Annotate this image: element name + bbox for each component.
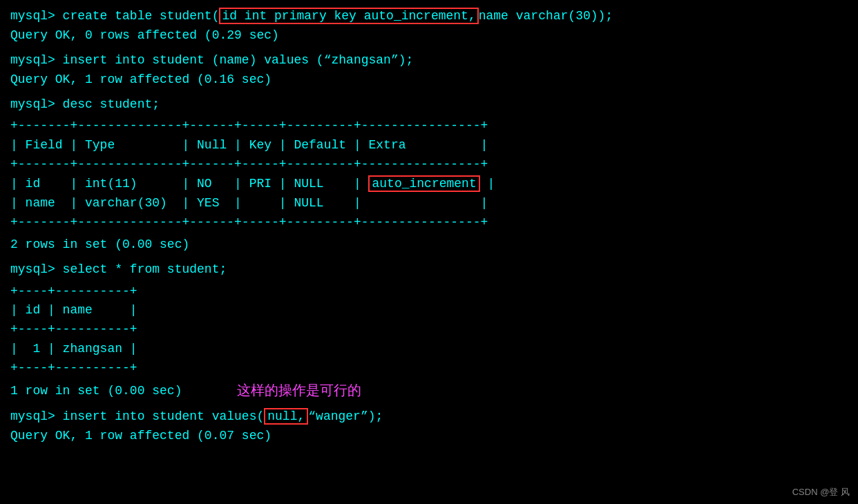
blank-3 bbox=[10, 255, 848, 260]
rows-in-set-line: 2 rows in set (0.00 sec) bbox=[10, 235, 848, 255]
row-in-set-line: 1 row in set (0.00 sec) bbox=[10, 382, 182, 401]
desc-row2: | name | varchar(30) | YES | | NULL | | bbox=[10, 194, 848, 213]
blank-1 bbox=[10, 46, 848, 51]
highlight-null: null, bbox=[264, 408, 308, 425]
create-result-line: Query OK, 0 rows affected (0.29 sec) bbox=[10, 26, 848, 46]
row-in-set-with-annotation: 1 row in set (0.00 sec) 这样的操作是可行的 bbox=[10, 381, 848, 402]
highlight-auto-increment: auto_increment bbox=[368, 175, 479, 192]
create-table-line: mysql> create table student(id int prima… bbox=[10, 7, 848, 26]
desc-sep-bottom: +-------+--------------+------+-----+---… bbox=[10, 213, 848, 233]
select-header: | id | name | bbox=[10, 301, 848, 320]
annotation-text: 这样的操作是可行的 bbox=[237, 381, 361, 402]
desc-cmd-line: mysql> desc student; bbox=[10, 95, 848, 115]
highlight-id-primary-key: id int primary key auto_increment, bbox=[219, 8, 478, 24]
select-sep-bottom: +----+----------+ bbox=[10, 359, 848, 378]
desc-table: +-------+--------------+------+-----+---… bbox=[10, 117, 848, 232]
select-cmd-line: mysql> select * from student; bbox=[10, 260, 848, 280]
insert2-result-line: Query OK, 1 row affected (0.07 sec) bbox=[10, 427, 848, 446]
select-sep-top: +----+----------+ bbox=[10, 282, 848, 302]
blank-2 bbox=[10, 90, 848, 95]
insert1-cmd-line: mysql> insert into student (name) values… bbox=[10, 51, 848, 70]
terminal: mysql> create table student(id int prima… bbox=[10, 7, 848, 446]
csdn-watermark: CSDN @登 风 bbox=[792, 486, 850, 498]
desc-sep-top: +-------+--------------+------+-----+---… bbox=[10, 117, 848, 136]
insert2-cmd-line: mysql> insert into student values(null,“… bbox=[10, 407, 848, 427]
desc-header: | Field | Type | Null | Key | Default | … bbox=[10, 136, 848, 155]
select-table: +----+----------+ | id | name | +----+--… bbox=[10, 282, 848, 378]
blank-4 bbox=[10, 402, 848, 407]
select-row1: | 1 | zhangsan | bbox=[10, 340, 848, 359]
select-sep-mid: +----+----------+ bbox=[10, 320, 848, 340]
desc-sep-mid: +-------+--------------+------+-----+---… bbox=[10, 155, 848, 175]
insert1-result-line: Query OK, 1 row affected (0.16 sec) bbox=[10, 70, 848, 90]
desc-row1: | id | int(11) | NO | PRI | NULL | auto_… bbox=[10, 175, 848, 194]
create-prefix: mysql> create table student(id int prima… bbox=[10, 8, 613, 24]
